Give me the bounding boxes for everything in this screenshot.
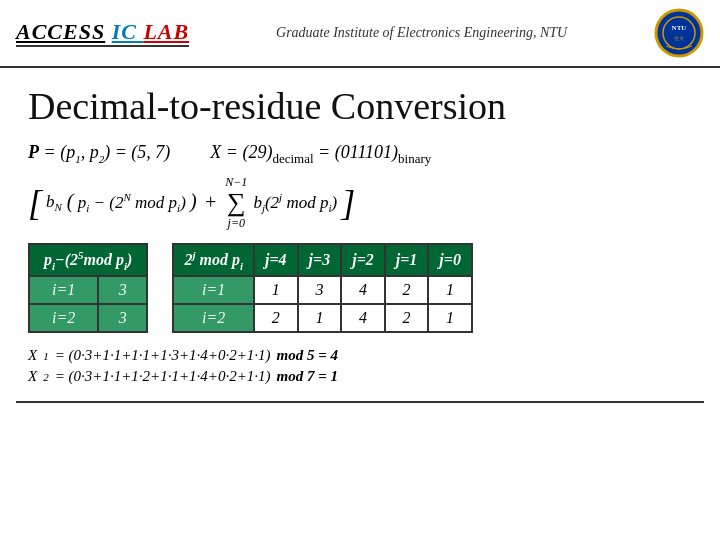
x2-formula: X2 = (0·3+1·1+1·2+1·1+1·4+0·2+1·1)mod 7 … [28,368,692,385]
left-row2-label: i=2 [29,304,98,332]
svg-text:NTU: NTU [672,24,687,32]
footer-line [16,401,704,403]
logo-lab: LAB [143,19,189,44]
inner-sum-term: bj(2j mod pi) [253,191,337,214]
logo-access: ACCESS [16,19,105,44]
left-row2-val: 3 [98,304,147,332]
right-table: 2j mod pi j=4 j=3 j=2 j=1 j=0 i=1 1 3 4 … [172,243,472,334]
logo-ic: IC [112,19,144,44]
p-formula: P = (p1, p2) = (5, 7) [28,142,170,165]
right-r1c1: 1 [254,276,298,304]
right-r2c3: 4 [341,304,385,332]
top-formula-area: P = (p1, p2) = (5, 7) X = (29)decimal = … [28,142,692,167]
page-title: Decimal-to-residue Conversion [28,84,692,128]
bottom-formulas-area: X1 = (0·3+1·1+1·1+1·3+1·4+0·2+1·1)mod 5 … [28,347,692,385]
right-header-j3: j=3 [298,244,342,277]
logo: ACCESS IC LAB [16,19,189,47]
right-header-j2: j=2 [341,244,385,277]
right-header-j0: j=0 [428,244,472,277]
right-r2c2: 1 [298,304,342,332]
right-r2c1: 2 [254,304,298,332]
right-header-j1: j=1 [385,244,429,277]
table-row: i=1 3 [29,276,147,304]
ntu-logo: NTU 台大 [654,8,704,58]
header-subtitle: Graduate Institute of Electronics Engine… [209,25,634,41]
plus-sign: + [204,191,218,214]
right-r2c5: 1 [428,304,472,332]
right-row1-label: i=1 [173,276,254,304]
left-row1-val: 3 [98,276,147,304]
right-r1c2: 3 [298,276,342,304]
tables-area: pi−(25mod pi) i=1 3 i=2 3 2j mod pi [28,243,692,334]
left-table-header: pi−(25mod pi) [29,244,147,277]
header: ACCESS IC LAB Graduate Institute of Elec… [0,0,720,68]
inner-bn: bN [46,192,62,213]
bracket-right: ] [341,185,355,221]
left-table: pi−(25mod pi) i=1 3 i=2 3 [28,243,148,334]
main-content: Decimal-to-residue Conversion P = (p1, p… [0,68,720,401]
right-header-j4: j=4 [254,244,298,277]
left-row1-label: i=1 [29,276,98,304]
table-row: i=2 3 [29,304,147,332]
svg-text:台大: 台大 [674,35,684,41]
x1-formula: X1 = (0·3+1·1+1·1+1·3+1·4+0·2+1·1)mod 5 … [28,347,692,364]
right-row2-label: i=2 [173,304,254,332]
bracket-left: [ [28,185,42,221]
sigma-block: N−1 ∑ j=0 [225,175,247,231]
right-r1c5: 1 [428,276,472,304]
right-r1c4: 2 [385,276,429,304]
table-row: i=1 1 3 4 2 1 [173,276,471,304]
right-header-mod: 2j mod pi [173,244,254,277]
right-r1c3: 4 [341,276,385,304]
table-row: i=2 2 1 4 2 1 [173,304,471,332]
bracket-formula-area: [ bN ( pi − (2N mod pi) ) + N−1 ∑ j=0 bj… [28,175,692,231]
x-formula: X = (29)decimal = (011101)binary [210,142,431,167]
right-r2c4: 2 [385,304,429,332]
inner-parens: ( pi − (2N mod pi) ) [67,190,197,214]
